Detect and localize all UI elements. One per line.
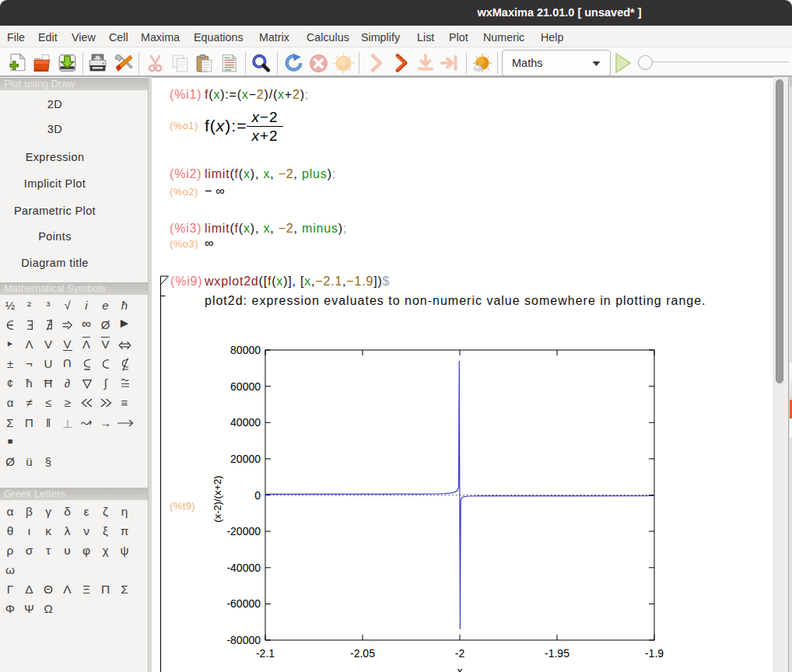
- svg-text:40000: 40000: [230, 416, 261, 429]
- svg-text:80000: 80000: [230, 344, 261, 356]
- svg-text:60000: 60000: [230, 380, 261, 393]
- svg-text:-2.05: -2.05: [350, 647, 375, 660]
- svg-text:-2.1: -2.1: [256, 647, 275, 660]
- svg-text:x: x: [457, 665, 463, 672]
- svg-text:-2: -2: [455, 647, 465, 660]
- svg-text:-1.95: -1.95: [545, 647, 569, 660]
- svg-text:-60000: -60000: [226, 597, 261, 610]
- svg-text:-1.9: -1.9: [645, 647, 664, 660]
- svg-text:-40000: -40000: [226, 562, 261, 574]
- svg-text:0: 0: [254, 489, 261, 502]
- svg-text:(x-2)/(x+2): (x-2)/(x+2): [212, 475, 223, 522]
- svg-text:20000: 20000: [230, 453, 261, 465]
- svg-text:-20000: -20000: [226, 525, 261, 537]
- svg-text:-80000: -80000: [226, 634, 261, 646]
